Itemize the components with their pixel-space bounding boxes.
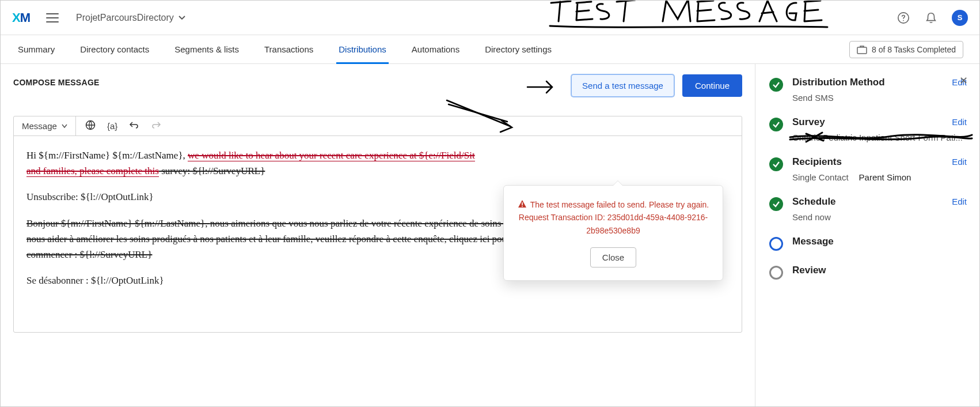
step-sub: Send SMS [792, 93, 967, 103]
step-survey: Survey Edit Ontario Pediatric Inpatient … [769, 116, 967, 142]
send-test-message-button[interactable]: Send a test message [571, 74, 674, 97]
logo-m: M [20, 10, 30, 25]
piped-text-icon[interactable]: {a} [107, 121, 117, 131]
warning-icon [518, 199, 527, 209]
logo: XM [12, 10, 30, 25]
error-text-2: Request Transaction ID: 235d01dd-459a-44… [519, 213, 708, 235]
main: COMPOSE MESSAGE Send a test message Cont… [1, 64, 979, 406]
globe-icon[interactable] [85, 120, 96, 132]
chevron-down-icon [62, 123, 67, 129]
project-switcher[interactable]: ProjetParcoursDirectory [76, 13, 185, 23]
step-review[interactable]: Review [769, 265, 967, 280]
step-message[interactable]: Message [769, 236, 967, 251]
help-icon[interactable] [897, 11, 910, 25]
project-name: ProjetParcoursDirectory [76, 13, 174, 23]
check-icon [769, 157, 783, 171]
check-icon [769, 197, 783, 211]
error-text-1: The test message failed to send. Please … [530, 200, 709, 209]
close-icon[interactable]: ✕ [959, 74, 968, 87]
message-dropdown[interactable]: Message [14, 116, 76, 135]
ring-icon [769, 266, 783, 280]
msg-line-1: Hi ${m://FirstName} ${m://LastName}, we … [26, 148, 729, 179]
step-distribution-method: Distribution Method Edit Send SMS [769, 77, 967, 103]
scribble-redaction [789, 130, 973, 144]
svg-rect-2 [857, 47, 867, 54]
step-title: Survey [792, 116, 825, 128]
briefcase-icon [857, 45, 867, 54]
steps-sidebar: ✕ Distribution Method Edit Send SMS Surv… [755, 64, 979, 406]
bell-icon[interactable] [924, 11, 938, 25]
tab-bar: Summary Directory contacts Segments & li… [1, 35, 979, 64]
tab-distributions[interactable]: Distributions [326, 35, 399, 63]
step-recipients: Recipients Edit Single ContactParent Sim… [769, 156, 967, 182]
step-schedule: Schedule Edit Send now [769, 196, 967, 222]
svg-rect-5 [522, 206, 523, 207]
step-title: Message [792, 236, 834, 247]
popover-close-button[interactable]: Close [590, 247, 636, 267]
step-title: Schedule [792, 196, 836, 208]
hamburger-icon[interactable] [46, 13, 59, 22]
tasks-text: 8 of 8 Tasks Completed [872, 45, 956, 54]
edit-link[interactable]: Edit [952, 157, 967, 167]
step-title: Distribution Method [792, 77, 885, 88]
ring-icon [769, 237, 783, 251]
svg-rect-4 [522, 202, 523, 205]
edit-link[interactable]: Edit [952, 117, 967, 127]
tab-transactions[interactable]: Transactions [252, 35, 326, 63]
recipient-name: Parent Simon [859, 172, 911, 182]
undo-icon[interactable] [129, 121, 139, 131]
avatar[interactable]: S [952, 10, 968, 26]
tab-automations[interactable]: Automations [399, 35, 472, 63]
handwritten-annotation [548, 0, 835, 40]
step-sub: Send now [792, 212, 967, 222]
chevron-down-icon [178, 14, 185, 21]
check-icon [769, 78, 783, 92]
top-bar: XM ProjetParcoursDirectory [1, 1, 979, 35]
tab-segments-lists[interactable]: Segments & lists [162, 35, 252, 63]
svg-point-1 [903, 20, 904, 21]
logo-x: X [12, 10, 20, 25]
tab-directory-settings[interactable]: Directory settings [472, 35, 564, 63]
tab-directory-contacts[interactable]: Directory contacts [67, 35, 162, 63]
redo-icon[interactable] [151, 121, 161, 131]
step-title: Recipients [792, 156, 842, 168]
test-message-error-popover: The test message failed to send. Please … [503, 185, 723, 281]
tab-summary[interactable]: Summary [5, 35, 67, 63]
continue-button[interactable]: Continue [682, 74, 742, 97]
step-sub: Ontario Pediatric Inpatient Short-Form P… [792, 133, 967, 142]
tasks-completed-badge[interactable]: 8 of 8 Tasks Completed [849, 41, 963, 58]
check-icon [769, 118, 783, 131]
step-title: Review [792, 265, 826, 276]
edit-link[interactable]: Edit [952, 197, 967, 206]
step-sub: Single ContactParent Simon [792, 172, 967, 182]
editor-toolbar: Message {a} [14, 116, 742, 136]
